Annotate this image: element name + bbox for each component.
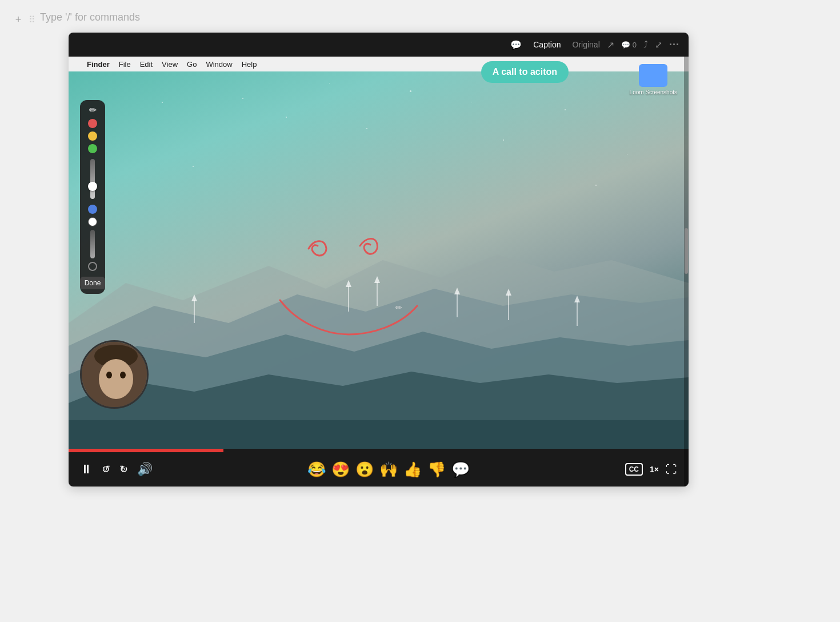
playback-speed-button[interactable]: 1× xyxy=(650,465,659,474)
fullscreen-button[interactable]: ⛶ xyxy=(666,463,677,476)
thumbsdown-reaction[interactable]: 👎 xyxy=(427,461,446,479)
call-to-action-bubble[interactable]: A call to aciton xyxy=(481,61,569,83)
volume-button[interactable]: 🔊 xyxy=(137,462,153,477)
svg-rect-4 xyxy=(69,420,689,449)
pause-button[interactable]: ⏸ xyxy=(80,462,93,477)
caption-tab[interactable]: Caption xyxy=(529,38,565,51)
wow-reaction[interactable]: 😮 xyxy=(355,461,374,479)
editor-placeholder: Type '/' for commands xyxy=(34,11,840,23)
size-handle-1[interactable] xyxy=(88,182,97,191)
video-controls-bar: ⏸ ↺5 ↻5 🔊 😂 😍 😮 🙌 👍 👎 💬 CC xyxy=(69,452,689,487)
scrollbar-thumb[interactable] xyxy=(685,228,688,274)
video-progress-bar[interactable] xyxy=(69,449,689,452)
mountain-background xyxy=(69,209,689,449)
progress-fill xyxy=(69,449,223,452)
comment-bubble-icon: 💬 xyxy=(621,41,630,49)
mac-menubar: Finder File Edit View Go Window Help xyxy=(69,57,689,71)
video-scrollbar[interactable] xyxy=(684,57,689,487)
size-slider-2[interactable] xyxy=(90,230,95,258)
share-icon[interactable]: ↗ xyxy=(607,39,614,50)
comment-count-badge: 💬 0 xyxy=(621,41,637,49)
svg-point-21 xyxy=(106,372,112,378)
add-block-button[interactable]: + xyxy=(11,13,25,26)
forward-icon[interactable]: ⤴ xyxy=(643,39,648,50)
love-reaction[interactable]: 😍 xyxy=(331,461,350,479)
fast-forward-button[interactable]: ↻5 xyxy=(119,463,128,476)
drag-handle-button[interactable]: ⠿ xyxy=(25,13,39,26)
video-player: 💬 Caption Original ↗ 💬 0 ⤴ ⤢ ··· A call … xyxy=(69,33,689,487)
help-menu[interactable]: Help xyxy=(242,60,257,69)
yellow-color-option[interactable] xyxy=(88,131,97,141)
controls-left: ⏸ ↺5 ↻5 🔊 xyxy=(80,462,153,477)
more-options-button[interactable]: ··· xyxy=(669,39,679,51)
closed-captions-button[interactable]: CC xyxy=(625,463,643,476)
laugh-reaction[interactable]: 😂 xyxy=(307,461,326,479)
done-button[interactable]: Done xyxy=(80,277,106,289)
red-color-option[interactable] xyxy=(88,119,97,128)
webcam-face: 😂 xyxy=(82,342,147,407)
pencil-tool-icon[interactable]: ✏ xyxy=(89,105,97,115)
thumbsup-reaction[interactable]: 👍 xyxy=(403,461,422,479)
blue-color-option[interactable] xyxy=(88,205,97,214)
clap-reaction[interactable]: 🙌 xyxy=(379,461,398,479)
edit-menu[interactable]: Edit xyxy=(140,60,153,69)
controls-right: CC 1× ⛶ xyxy=(625,463,677,476)
svg-point-22 xyxy=(120,372,126,378)
drawing-toolbar: ✏ Done xyxy=(80,100,105,294)
loom-icon-label: Loom Screenshots xyxy=(630,89,677,95)
rewind-button[interactable]: ↺5 xyxy=(102,463,110,476)
view-menu[interactable]: View xyxy=(162,60,178,69)
comment-icon[interactable]: 💬 xyxy=(510,39,522,50)
reaction-buttons: 😂 😍 😮 🙌 👍 👎 💬 xyxy=(153,461,625,479)
eraser-tool[interactable] xyxy=(88,262,97,271)
original-tab[interactable]: Original xyxy=(573,40,600,49)
go-menu[interactable]: Go xyxy=(187,60,197,69)
comment-reaction[interactable]: 💬 xyxy=(451,461,470,479)
external-link-icon[interactable]: ⤢ xyxy=(655,39,662,50)
green-color-option[interactable] xyxy=(88,144,97,153)
webcam-overlay: 😂 xyxy=(80,340,149,409)
svg-point-20 xyxy=(99,359,133,399)
video-content: ✏ ✏ xyxy=(69,71,689,449)
video-header: 💬 Caption Original ↗ 💬 0 ⤴ ⤢ ··· xyxy=(69,33,689,57)
file-menu[interactable]: File xyxy=(119,60,131,69)
finder-menu: Finder xyxy=(87,60,110,69)
white-color-option[interactable] xyxy=(88,217,97,226)
window-menu[interactable]: Window xyxy=(206,60,232,69)
size-slider-1[interactable] xyxy=(90,159,95,199)
loom-screenshots-icon: Loom Screenshots xyxy=(630,64,677,95)
loom-icon-box xyxy=(639,64,667,87)
